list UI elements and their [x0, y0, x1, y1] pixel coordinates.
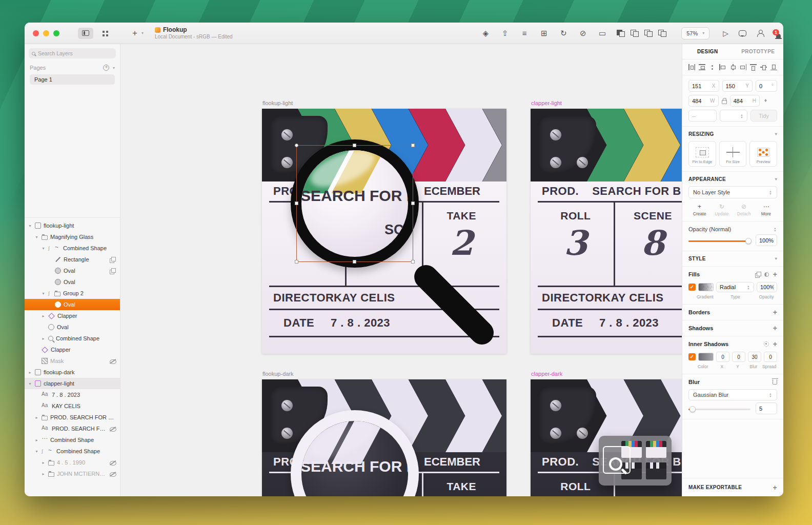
fill-enabled-checkbox[interactable]: [688, 284, 696, 291]
layer-oval[interactable]: Oval: [25, 265, 120, 276]
add-border-button[interactable]: +: [773, 310, 777, 315]
update-style-button[interactable]: ↻Update: [710, 204, 733, 216]
artboard-clapper-light[interactable]: clapper-light PROD. SEARCH FOR BL: [531, 109, 682, 354]
height-field[interactable]: 484H: [730, 95, 760, 107]
add-page-icon[interactable]: [103, 65, 109, 71]
flip-vertical-icon[interactable]: [772, 98, 777, 104]
layer-prod-search-for-b[interactable]: PROD. SEARCH FOR B: [25, 423, 120, 434]
chevron-right-icon[interactable]: ▸: [41, 336, 46, 341]
inner-shadow-color-swatch[interactable]: [698, 353, 714, 361]
layer-oval[interactable]: Oval: [25, 321, 120, 333]
insert-icon[interactable]: ⇧: [500, 29, 510, 38]
filters-icon[interactable]: ≡: [519, 29, 530, 37]
hidden-eye-icon[interactable]: [109, 426, 117, 432]
layer-style-select[interactable]: No Layer Style▴▾: [688, 186, 777, 198]
collapse-icon[interactable]: ▾: [775, 132, 777, 136]
hidden-eye-icon[interactable]: [109, 471, 117, 477]
fill-opacity-field[interactable]: 100%: [757, 282, 777, 292]
align-left-icon[interactable]: [719, 64, 726, 70]
blur-amount-field[interactable]: 5: [756, 402, 777, 414]
layer-group-2[interactable]: ▾∫Group 2: [25, 288, 120, 299]
intersect-icon[interactable]: [644, 30, 652, 36]
fill-stack-icon[interactable]: [755, 272, 760, 277]
width-field[interactable]: 484W: [688, 95, 719, 107]
align-middle-icon[interactable]: [760, 64, 767, 70]
blend-mode-icon[interactable]: [764, 272, 769, 277]
artboard-flookup-light[interactable]: flookup-light PRO ECEMBER: [262, 109, 506, 354]
resize-handle[interactable]: [295, 144, 298, 147]
magnifying-glass[interactable]: SEARCH FOR B: [291, 410, 419, 496]
layer-magnifying-glass[interactable]: ▾Magnifying Glass: [25, 231, 120, 243]
add-shadow-button[interactable]: +: [773, 326, 777, 331]
zoom-preview-panel[interactable]: [599, 436, 672, 486]
radius-field[interactable]: --: [688, 110, 717, 122]
blur-type-select[interactable]: Gaussian Blur▴▾: [688, 389, 777, 400]
chevron-right-icon[interactable]: ▸: [34, 438, 39, 442]
tidy-icon[interactable]: [709, 64, 716, 70]
pages-collapse-icon[interactable]: ▾: [113, 66, 115, 70]
artboard-label[interactable]: flookup-dark: [262, 371, 294, 377]
canvas[interactable]: flookup-light PRO ECEMBER: [120, 44, 682, 496]
search-input[interactable]: [38, 50, 113, 56]
layer-flookup-light[interactable]: ▾flookup-light: [25, 220, 120, 231]
grid-view-button[interactable]: [97, 28, 113, 39]
inner-shadow-blur-field[interactable]: 30: [748, 352, 761, 362]
layer-7-8-2023[interactable]: 7 . 8 . 2023: [25, 389, 120, 400]
symbol-icon[interactable]: ◈: [480, 29, 491, 38]
add-export-button[interactable]: +: [773, 485, 777, 490]
layer-mask[interactable]: Mask: [25, 355, 120, 367]
mask-icon[interactable]: ⊘: [578, 29, 588, 38]
opacity-slider[interactable]: [688, 240, 750, 242]
add-fill-button[interactable]: +: [773, 272, 777, 277]
pin-to-edge-option[interactable]: Pin to Edge: [688, 141, 716, 167]
difference-icon[interactable]: [658, 30, 666, 36]
preview-play-button[interactable]: ▷: [723, 29, 728, 37]
resize-handle[interactable]: [353, 144, 356, 147]
resize-handle[interactable]: [411, 260, 415, 264]
collapse-icon[interactable]: ▾: [775, 256, 777, 261]
layer-john-mctiernan[interactable]: ▸JOHN MCTIERNAN: [25, 468, 120, 479]
blur-amount-slider[interactable]: [688, 409, 750, 410]
opacity-field[interactable]: 100%: [756, 234, 777, 246]
layer-clapper[interactable]: ▸Clapper: [25, 310, 120, 321]
rotation-field[interactable]: 0°: [756, 80, 777, 92]
close-window-button[interactable]: [33, 30, 39, 36]
layer-flookup-dark[interactable]: ▸flookup-dark: [25, 367, 120, 378]
chevron-right-icon[interactable]: ▸: [34, 415, 39, 420]
smooth-corners-field[interactable]: ▴▾: [720, 110, 748, 122]
inner-shadow-y-field[interactable]: 0: [732, 352, 745, 362]
resize-handle[interactable]: [353, 260, 356, 264]
layer-4-5-1990[interactable]: ▸4 . 5 . 1990: [25, 457, 120, 468]
tidy-button[interactable]: Tidy: [750, 110, 777, 122]
insert-plus-button[interactable]: +: [132, 29, 137, 37]
chevron-right-icon[interactable]: ▸: [41, 460, 46, 465]
flip-horizontal-icon[interactable]: [763, 98, 768, 104]
artboard-flookup-dark[interactable]: flookup-dark PRO ECEMBER: [262, 379, 506, 496]
artboard-label[interactable]: flookup-light: [262, 100, 293, 106]
chevron-down-icon[interactable]: ▾: [28, 224, 32, 228]
inner-shadow-spread-field[interactable]: 0: [764, 352, 777, 362]
artboard-label[interactable]: clapper-light: [531, 100, 562, 106]
add-inner-shadow-button[interactable]: +: [773, 341, 777, 347]
inner-shadow-enabled-checkbox[interactable]: [688, 353, 696, 360]
lock-ratio-icon[interactable]: [722, 100, 727, 104]
toggle-left-sidebar-button[interactable]: [78, 28, 93, 39]
layer-combined-shape[interactable]: ▾∫Combined Shape: [25, 446, 120, 457]
layer-oval[interactable]: Oval: [25, 276, 120, 288]
layer-prod-search-for-blu[interactable]: ▸PROD. SEARCH FOR BLU: [25, 412, 120, 423]
chevron-down-icon[interactable]: ▾: [34, 449, 39, 454]
chevron-right-icon[interactable]: ▸: [41, 314, 46, 318]
more-style-button[interactable]: ⋯More: [755, 204, 777, 216]
resize-handle[interactable]: [411, 144, 415, 147]
layer-combined-shape[interactable]: ▾∫Combined Shape: [25, 243, 120, 254]
x-field[interactable]: 151X: [688, 80, 719, 92]
collapse-icon[interactable]: ▾: [775, 177, 777, 181]
chevron-right-icon[interactable]: ▸: [41, 472, 46, 476]
align-top-icon[interactable]: [750, 64, 757, 70]
zoom-window-button[interactable]: [53, 30, 59, 36]
insert-chevron-icon[interactable]: ▾: [141, 31, 144, 35]
distribute-vertical-icon[interactable]: [699, 64, 705, 70]
preview-option[interactable]: Preview: [749, 141, 777, 167]
layer-clapper[interactable]: Clapper: [25, 344, 120, 355]
align-right-icon[interactable]: [740, 64, 746, 70]
